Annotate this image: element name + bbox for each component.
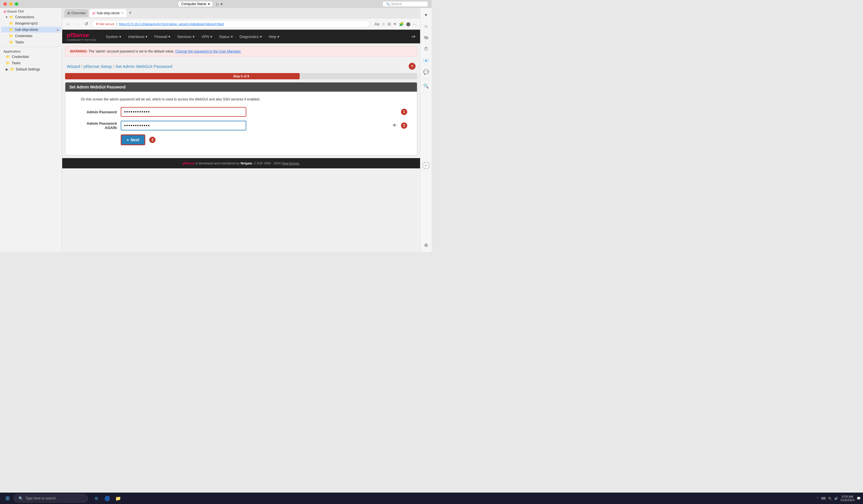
edge-teams-icon[interactable]: 💬	[422, 67, 431, 76]
not-secure-indicator: ⊗ Not secure	[96, 22, 114, 26]
address-bar: ← → ↺ ⊗ Not secure | https://172.16.0.20…	[62, 18, 420, 30]
nav-help[interactable]: Help ▾	[266, 33, 283, 40]
sidebar-item-hub-step-stone[interactable]: 📁 hub-step-stone ●	[1, 27, 61, 33]
warning-message: The 'admin' account password is set to t…	[88, 49, 174, 53]
forward-button[interactable]: →	[74, 20, 81, 28]
tab-hub-step-stone[interactable]: pf hub-step-stone ✕	[90, 9, 126, 17]
chevron-down-icon: ▾	[192, 35, 195, 39]
admin-password-again-row: Admin Password AGAIN 👁 2	[69, 121, 413, 130]
sidebar-item-default-settings[interactable]: ▶ 📁 Default Settings	[1, 66, 61, 72]
breadcrumb-sep1: /	[82, 64, 84, 69]
folder-icon: 📁	[9, 40, 13, 44]
card-body: On this screen the admin password will b…	[65, 92, 417, 155]
edge-sidebar: ✦ ☆ 🛍 ⏱ 📧 💬 🔍 + ⚙	[420, 8, 432, 252]
default-settings-label: Default Settings	[16, 67, 40, 71]
sidebar-item-credentials-top[interactable]: 📁 Credentials	[1, 33, 61, 39]
nav-diagnostics-label: Diagnostics	[240, 35, 259, 39]
folder-icon: 📁	[9, 28, 13, 32]
nav-status-label: Status	[219, 35, 230, 39]
admin-password-label: Admin Password	[75, 110, 121, 114]
nav-right: ⇒	[411, 34, 415, 40]
progress-bar-fill	[65, 73, 300, 79]
edge-settings-icon[interactable]: ⚙	[422, 241, 431, 250]
profile-icon[interactable]: ⬤	[405, 21, 412, 27]
admin-password-wrapper	[121, 107, 399, 117]
nav-vpn-label: VPN	[201, 35, 209, 39]
edge-sidebar-separator	[423, 79, 429, 79]
tab-overview[interactable]: ⊞ Overview	[64, 9, 88, 17]
sidebar-item-connections[interactable]: ▾ 📁 Connections	[1, 14, 61, 20]
title-search-bar[interactable]: 🔍 Search	[383, 1, 428, 7]
sidebar-item-tasks-top[interactable]: 📁 Tasks	[1, 39, 61, 45]
nav-vpn[interactable]: VPN ▾	[199, 33, 215, 40]
credentials-top-label: Credentials	[15, 34, 33, 38]
admin-password-again-input[interactable]	[121, 121, 246, 130]
computer-name-label: Computer Name	[181, 2, 206, 6]
logout-button[interactable]: ⇒	[411, 34, 415, 40]
warning-link[interactable]: Change the password in the User Manager.	[175, 49, 241, 53]
step-badge-2: 2	[401, 123, 407, 129]
hub-step-stone-label: hub-step-stone	[15, 28, 38, 32]
reload-button[interactable]: ↺	[83, 20, 89, 28]
maximize-traffic-light[interactable]	[15, 2, 18, 6]
tab-bar: ⊞ Overview pf hub-step-stone ✕ +	[62, 8, 420, 18]
sidebar-item-ihoogend-vps3[interactable]: 📁 ihoogend-vps3	[1, 21, 61, 26]
chevron-down-icon: ▾	[208, 2, 210, 6]
read-aloud-icon[interactable]: Aa	[374, 21, 380, 27]
card-header: Set Admin WebGUI Password	[65, 83, 417, 92]
edge-collections-icon[interactable]: 🛍	[422, 33, 431, 42]
progress-bar-text: Step 6 of 9	[233, 75, 249, 78]
minimize-traffic-light[interactable]	[9, 2, 13, 6]
chevron-down-icon: ▾	[6, 15, 8, 19]
address-input[interactable]: ⊗ Not secure | https://172.16.0.20/wizar…	[92, 20, 370, 28]
nav-diagnostics[interactable]: Diagnostics ▾	[237, 33, 265, 40]
eye-icon[interactable]: 👁	[392, 123, 397, 128]
chevron-right-icon: ▶	[6, 67, 8, 71]
tab-hub-label: hub-step-stone	[97, 11, 120, 15]
nav-system[interactable]: System ▾	[103, 33, 124, 40]
more-actions-icon[interactable]: ···	[412, 21, 417, 27]
nav-firewall[interactable]: Firewall ▾	[151, 33, 173, 40]
back-button[interactable]: ←	[65, 20, 72, 28]
breadcrumb-wizard[interactable]: Wizard	[67, 64, 80, 69]
breadcrumb-setup[interactable]: pfSense Setup	[84, 64, 112, 69]
chevron-down-icon: ▾	[260, 35, 262, 39]
folder-icon: 📁	[6, 55, 10, 59]
next-button-label: Next	[131, 138, 139, 142]
sidebar-item-credentials[interactable]: 📁 Credentials	[1, 54, 61, 60]
nav-help-label: Help	[269, 35, 277, 39]
step-badge-1: 1	[401, 109, 407, 115]
oracle-tsx-header: ⚠ Oracle TSX	[0, 8, 62, 14]
password-card: Set Admin WebGUI Password On this screen…	[65, 82, 417, 155]
tab-close-button[interactable]: ✕	[121, 11, 124, 15]
edge-add-app-button[interactable]: +	[423, 162, 429, 169]
nav-firewall-label: Firewall	[154, 35, 167, 39]
next-button[interactable]: » Next	[121, 135, 145, 145]
edge-search-icon[interactable]: 🔍	[422, 81, 431, 90]
nav-status[interactable]: Status ▾	[216, 33, 236, 40]
connections-label: Connections	[15, 15, 34, 19]
not-secure-text: Not secure	[99, 22, 114, 26]
tasks-top-label: Tasks	[15, 40, 24, 44]
admin-password-input[interactable]	[121, 107, 246, 117]
extensions-icon[interactable]: 🧩	[398, 21, 405, 27]
computer-name-pill[interactable]: Computer Name ▾	[178, 1, 213, 7]
nav-interfaces-label: Interfaces	[128, 35, 145, 39]
sidebar-item-tasks[interactable]: 📁 Tasks	[1, 60, 61, 66]
footer-copyright: © ESF 2004 - 2024	[254, 162, 282, 165]
breadcrumb-area: Wizard / pfSense Setup / Set Admin WebGU…	[62, 59, 420, 73]
nav-interfaces[interactable]: Interfaces ▾	[125, 33, 150, 40]
copilot-icon[interactable]: ✦	[392, 21, 398, 27]
chevron-down-icon: ▾	[277, 35, 279, 39]
edge-favorites-icon[interactable]: ☆	[422, 22, 431, 31]
help-icon[interactable]: ?	[409, 63, 415, 70]
favorites-icon[interactable]: ☆	[381, 21, 386, 27]
close-traffic-light[interactable]	[3, 2, 7, 6]
edge-history-icon[interactable]: ⏱	[422, 45, 431, 54]
nav-services[interactable]: Services ▾	[174, 33, 198, 40]
edge-copilot-icon[interactable]: ✦	[422, 10, 431, 20]
edge-outlook-icon[interactable]: 📧	[422, 56, 431, 65]
new-tab-button[interactable]: +	[127, 10, 133, 16]
split-view-icon[interactable]: ⊟	[387, 21, 392, 27]
footer-license-link[interactable]: View license.	[282, 162, 300, 165]
